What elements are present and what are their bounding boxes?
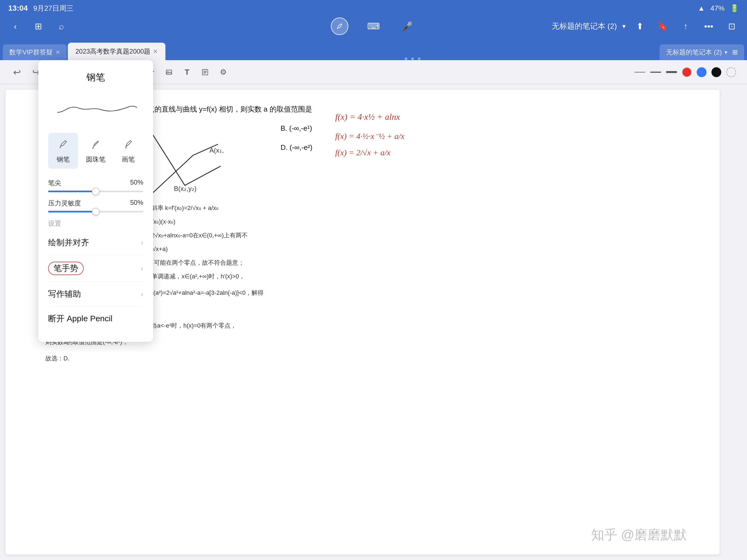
microphone-button[interactable]: 🎤 [398,18,416,35]
color-blue-selector[interactable] [697,67,706,77]
status-date: 9月27日周三 [33,4,74,13]
pressure-label-row: 压力灵敏度 50% [48,199,143,207]
undo-button[interactable]: ↩ [11,66,23,79]
writing-assist-chevron: › [141,290,143,299]
pressure-value: 50% [130,199,143,207]
image-tool-button[interactable] [161,65,177,80]
gesture-item[interactable]: 笔手势 › [48,255,143,282]
line-thin-selector[interactable] [634,72,645,73]
svg-text:故选：D.: 故选：D. [45,355,70,362]
tab3-dropdown[interactable]: ▾ [725,49,727,55]
svg-text:B. (-∞,-e¹): B. (-∞,-e¹) [281,124,312,132]
more-options-button[interactable]: ••• [700,18,718,35]
share-up-button[interactable]: ⬆ [631,18,649,35]
fountain-pen-label: 钢笔 [57,155,70,164]
draw-align-item[interactable]: 绘制并对齐 › [48,230,143,255]
tip-size-slider[interactable] [48,190,143,192]
more-tool-button[interactable]: ⚙ [215,65,231,80]
pen-active-button[interactable] [331,18,349,35]
back-button[interactable]: ‹ [6,18,24,35]
app-nav-left: ‹ ⊞ ⌕ [0,18,77,35]
disconnect-item[interactable]: 断开 Apple Pencil [48,307,143,331]
text-tool-button[interactable]: T [179,65,195,80]
svg-point-38 [93,148,94,149]
search-button[interactable]: ⌕ [52,18,70,35]
pressure-thumb[interactable] [92,208,100,215]
draw-align-chevron: › [141,238,143,247]
ballpoint-pen-button[interactable]: 圆珠笔 [81,133,110,169]
brush-pen-label: 画笔 [122,155,135,164]
disconnect-label: 断开 Apple Pencil [48,314,112,323]
svg-text:D. (-∞,-e²): D. (-∞,-e²) [281,143,312,152]
brush-pen-button[interactable]: 画笔 [113,133,143,169]
tab-math-vip[interactable]: 数学VIP群答疑 ✕ [3,44,67,60]
fountain-pen-button[interactable]: 钢笔 [48,133,78,169]
app-nav-bar: ‹ ⊞ ⌕ ⌨ 🎤 无标题的笔记本 (2) ▾ ⬆ 🔖 ↑ ••• ⊡ [0,17,747,36]
pressure-slider[interactable] [48,211,143,212]
add-tab-button[interactable]: ⊞ [732,48,738,56]
status-right: ▲ 47% 🔋 [698,4,739,12]
status-time: 13:04 [8,4,28,12]
settings-section-label: 设置 [48,219,143,228]
svg-rect-11 [166,70,172,74]
svg-line-36 [60,147,60,148]
tab2-label: 2023高考数学真题2000题 [75,47,151,56]
split-view-button[interactable]: ⊡ [723,18,741,35]
pressure-row: 压力灵敏度 50% [48,199,143,212]
ballpoint-pen-label: 圆珠笔 [86,155,106,164]
watermark: 知乎 @磨磨默默 [591,526,687,543]
svg-text:A(x₁,: A(x₁, [209,147,224,154]
line-thick-selector[interactable] [666,71,677,73]
battery-text: 47% [711,4,725,12]
color-red-selector[interactable] [682,67,692,77]
writing-assist-label: 写作辅助 [48,288,81,300]
status-bar: 13:04 9月27日周三 ▲ 47% 🔋 [0,0,747,17]
grid-button[interactable]: ⊞ [29,18,47,35]
draw-align-label: 绘制并对齐 [48,237,89,248]
export-button[interactable]: ↑ [677,18,695,35]
pen-settings-popup: 钢笔 钢笔 圆珠笔 [38,60,153,342]
brush-pen-icon [123,138,134,151]
toolbar-right [634,67,736,77]
tip-size-label-row: 笔尖 50% [48,179,143,187]
pen-popup-title: 钢笔 [48,71,143,84]
svg-point-0 [341,24,342,25]
ocr-tool-button[interactable] [198,65,213,80]
dropdown-icon[interactable]: ▾ [622,22,626,30]
tip-size-label: 笔尖 [48,179,61,187]
keyboard-button[interactable]: ⌨ [365,18,382,35]
pressure-fill [48,211,96,212]
line-medium-selector[interactable] [650,72,661,73]
tab-notebook[interactable]: 无标题的笔记本 (2) ▾ ⊞ [660,44,744,60]
writing-assist-item[interactable]: 写作辅助 › [48,282,143,307]
tip-size-thumb[interactable] [92,187,100,195]
battery-icon: 🔋 [730,4,739,12]
pressure-label: 压力灵敏度 [48,199,81,207]
svg-text:B(x₂,y₂): B(x₂,y₂) [174,185,197,192]
tab-center-dots [166,57,659,60]
gesture-chevron: › [141,264,143,273]
tab-gaokao[interactable]: 2023高考数学真题2000题 ✕ [68,43,166,60]
tip-size-value: 50% [130,179,143,187]
gesture-label: 笔手势 [48,262,84,275]
svg-text:f(x) = 2/√x + a/x: f(x) = 2/√x + a/x [335,148,391,157]
color-black-selector[interactable] [712,67,721,77]
pen-stroke-preview [48,92,143,125]
dot2 [411,57,414,60]
app-nav-right: 无标题的笔记本 (2) ▾ ⬆ 🔖 ↑ ••• ⊡ [545,18,747,35]
wifi-icon: ▲ [698,4,705,12]
gesture-circle-label: 笔手势 [48,262,84,275]
fountain-pen-icon [58,138,69,151]
dot1 [405,57,407,60]
tab1-close[interactable]: ✕ [55,49,60,55]
notebook-title: 无标题的笔记本 (2) [552,21,617,31]
tab-bar: 数学VIP群答疑 ✕ 2023高考数学真题2000题 ✕ 无标题的笔记本 (2)… [0,36,747,60]
tip-size-row: 笔尖 50% [48,179,143,192]
tab3-label: 无标题的笔记本 (2) [666,48,722,57]
tab2-close[interactable]: ✕ [153,48,158,55]
svg-text:f(x) = 4·x½ + alnx: f(x) = 4·x½ + alnx [335,112,400,122]
color-picker-button[interactable] [726,67,736,77]
tip-size-fill [48,190,96,192]
svg-text:f(x) = 4·½·x⁻½ + a/x: f(x) = 4·½·x⁻½ + a/x [335,131,405,141]
bookmark-button[interactable]: 🔖 [654,18,672,35]
